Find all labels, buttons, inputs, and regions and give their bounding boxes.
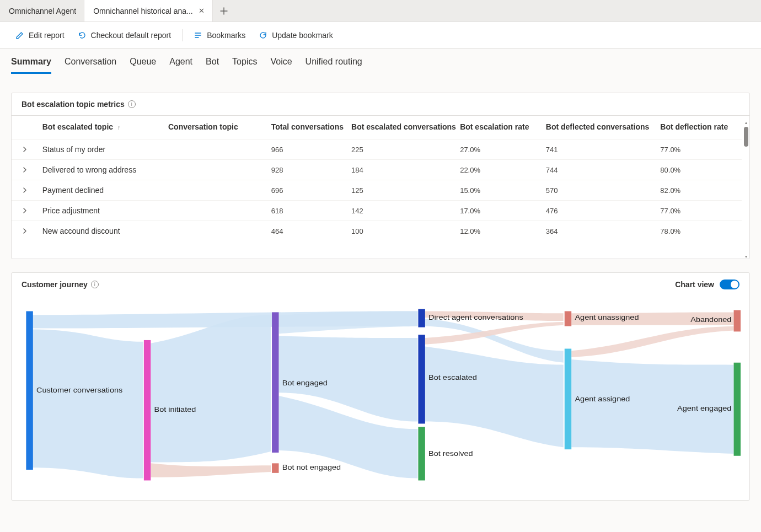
info-icon[interactable]: i <box>128 100 136 108</box>
cell-deflection-rate: 82.0% <box>656 180 742 201</box>
tab-unified-routing[interactable]: Unified routing <box>306 57 362 74</box>
svg-text:Bot engaged: Bot engaged <box>282 378 328 386</box>
vertical-scrollbar[interactable]: ▴ ▾ <box>743 121 749 259</box>
svg-rect-9 <box>734 310 741 332</box>
cell-topic: Payment declined <box>38 180 164 201</box>
tab-summary[interactable]: Summary <box>11 57 51 74</box>
scroll-down-icon[interactable]: ▾ <box>744 254 748 259</box>
cell-deflection-rate: 77.0% <box>656 139 742 160</box>
chevron-right-icon <box>22 187 28 194</box>
bot-escalation-metrics-card: Bot escalation topic metrics i Bot escal… <box>11 93 750 259</box>
app-tab-strip: Omnichannel Agent Omnichannel historical… <box>0 0 761 22</box>
cell-deflection-rate: 77.0% <box>656 201 742 221</box>
cell-total: 928 <box>267 160 347 180</box>
cell-escalated: 100 <box>347 221 455 241</box>
svg-text:Agent engaged: Agent engaged <box>677 404 731 412</box>
cell-deflected: 476 <box>542 201 656 221</box>
svg-text:Customer conversations: Customer conversations <box>36 386 122 394</box>
app-tab-label: Omnichannel Agent <box>9 7 76 15</box>
svg-rect-6 <box>418 427 425 480</box>
info-icon[interactable]: i <box>91 281 99 288</box>
cell-deflected: 744 <box>542 160 656 180</box>
close-icon[interactable]: ✕ <box>199 7 205 15</box>
scrollbar-thumb[interactable] <box>744 127 748 147</box>
tab-conversation[interactable]: Conversation <box>65 57 116 74</box>
col-bot-deflected-conversations[interactable]: Bot deflected conversations <box>542 116 656 139</box>
col-total-conversations[interactable]: Total conversations <box>267 116 347 139</box>
cmd-label: Checkout default report <box>91 31 172 40</box>
col-bot-escalation-rate[interactable]: Bot escalation rate <box>455 116 542 139</box>
tab-queue[interactable]: Queue <box>130 57 156 74</box>
command-bar: Edit report Checkout default report Book… <box>0 22 761 49</box>
sankey-chart[interactable]: Customer conversations Bot initiated Bot… <box>12 296 749 500</box>
svg-rect-2 <box>272 312 278 453</box>
scroll-up-icon[interactable]: ▴ <box>744 120 748 125</box>
svg-rect-8 <box>565 348 571 449</box>
table-row[interactable]: New accound discount46410012.0%36478.0% <box>12 221 742 241</box>
card-title: Customer journey <box>22 280 88 289</box>
col-bot-deflection-rate[interactable]: Bot deflection rate <box>656 116 742 139</box>
svg-rect-1 <box>144 340 151 481</box>
cell-conversation-topic <box>164 139 267 160</box>
cell-topic: Price adjustment <box>38 201 164 221</box>
cell-deflection-rate: 80.0% <box>656 160 742 180</box>
panels: Bot escalation topic metrics i Bot escal… <box>0 74 761 512</box>
update-bookmark-button[interactable]: Update bookmark <box>253 22 339 48</box>
cell-total: 966 <box>267 139 347 160</box>
svg-rect-3 <box>272 463 278 472</box>
svg-rect-5 <box>418 335 425 423</box>
svg-text:Direct agent conversations: Direct agent conversations <box>428 313 523 321</box>
card-header: Customer journey i Chart view <box>12 273 749 296</box>
expand-row-button[interactable] <box>12 139 38 160</box>
svg-rect-7 <box>565 311 571 326</box>
svg-text:Bot escalated: Bot escalated <box>428 373 477 381</box>
app-tab-historical-analytics[interactable]: Omnichannel historical ana... ✕ <box>84 0 213 22</box>
table-row[interactable]: Price adjustment61814217.0%47677.0% <box>12 201 742 221</box>
svg-text:Abandoned: Abandoned <box>690 315 731 323</box>
cell-escalation-rate: 15.0% <box>455 180 542 201</box>
cell-topic: New accound discount <box>38 221 164 241</box>
expand-row-button[interactable] <box>12 201 38 221</box>
edit-report-button[interactable]: Edit report <box>10 22 70 48</box>
sort-asc-icon: ↑ <box>117 124 121 131</box>
expand-row-button[interactable] <box>12 160 38 180</box>
app-tab-omnichannel-agent[interactable]: Omnichannel Agent <box>0 0 84 22</box>
svg-text:Bot not engaged: Bot not engaged <box>282 463 341 471</box>
table-row[interactable]: Status of my order96622527.0%74177.0% <box>12 139 742 160</box>
bookmarks-button[interactable]: Bookmarks <box>188 22 251 48</box>
cell-deflected: 570 <box>542 180 656 201</box>
expand-row-button[interactable] <box>12 180 38 201</box>
tab-bot[interactable]: Bot <box>206 57 219 74</box>
card-title: Bot escalation topic metrics <box>22 100 125 109</box>
col-conversation-topic[interactable]: Conversation topic <box>164 116 267 139</box>
chevron-right-icon <box>22 207 28 214</box>
plus-icon <box>220 7 228 15</box>
chart-view-toggle[interactable] <box>720 280 739 289</box>
cell-conversation-topic <box>164 180 267 201</box>
table-row[interactable]: Delivered to wrong address92818422.0%744… <box>12 160 742 180</box>
svg-rect-4 <box>418 309 425 327</box>
expand-row-button[interactable] <box>12 221 38 241</box>
cell-total: 696 <box>267 180 347 201</box>
metrics-table-wrap: Bot escalated topic ↑ Conversation topic… <box>12 115 749 259</box>
col-bot-escalated-conversations[interactable]: Bot escalated conversations <box>347 116 455 139</box>
tab-voice[interactable]: Voice <box>270 57 292 74</box>
cell-total: 618 <box>267 201 347 221</box>
cell-escalated: 142 <box>347 201 455 221</box>
tab-agent[interactable]: Agent <box>169 57 192 74</box>
svg-rect-0 <box>26 311 33 470</box>
svg-text:Agent unassigned: Agent unassigned <box>575 313 639 321</box>
checkout-default-report-button[interactable]: Checkout default report <box>72 22 177 48</box>
refresh-icon <box>259 31 267 40</box>
tab-topics[interactable]: Topics <box>232 57 257 74</box>
bookmarks-list-icon <box>194 31 202 40</box>
table-row[interactable]: Payment declined69612515.0%57082.0% <box>12 180 742 201</box>
cell-deflection-rate: 78.0% <box>656 221 742 241</box>
svg-text:Bot initiated: Bot initiated <box>154 405 196 413</box>
col-bot-escalated-topic[interactable]: Bot escalated topic ↑ <box>38 116 164 139</box>
new-tab-button[interactable] <box>213 0 235 22</box>
cell-total: 464 <box>267 221 347 241</box>
svg-text:Bot resolved: Bot resolved <box>428 449 473 457</box>
metrics-table: Bot escalated topic ↑ Conversation topic… <box>12 116 742 241</box>
cmd-label: Update bookmark <box>272 31 333 40</box>
